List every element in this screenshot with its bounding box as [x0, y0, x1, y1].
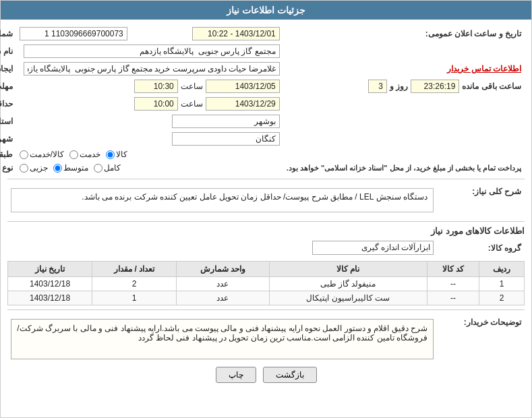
purchase-radio-full[interactable]: کامل [94, 163, 121, 173]
radio-service[interactable] [69, 150, 78, 159]
description-box: دستگاه سنجش LEL / مطابق شرح پیوست/ حداقل… [11, 188, 434, 212]
reply-time-label: ساعت [181, 82, 203, 91]
need-number-label: شماره نیاز: [0, 25, 16, 42]
goods-table-header: ردیف کد کالا نام کالا واحد شمارش تعداد /… [8, 262, 525, 277]
province-input[interactable] [172, 115, 280, 128]
row-need-date: تاریخ و ساعت اعلان عمومی: شماره نیاز: [0, 25, 525, 42]
reply-date-input[interactable] [206, 80, 280, 93]
purchase-type-label: نوع فرآیند خرید : [0, 161, 16, 175]
cell-date-1: 1403/12/18 [8, 277, 92, 291]
category-radio-goods[interactable]: کالا [106, 150, 127, 159]
reply-time-input[interactable] [134, 80, 178, 93]
row-province: استان محل تحویل: [0, 113, 525, 130]
purchase-radio-medium[interactable]: متوسط [53, 163, 88, 173]
purchase-radio-partial[interactable]: جزیی [20, 163, 48, 173]
purchase-note: پرداخت تمام یا بخشی از مبلغ خرید، از محل… [287, 164, 521, 172]
description-label: شرح کلی نیاز: [437, 183, 525, 217]
reply-remaining-input[interactable] [411, 80, 459, 93]
goods-group-input[interactable] [312, 241, 434, 255]
radio-full[interactable] [94, 164, 102, 173]
buyer-label: نام دستگاه خریدار: [0, 42, 16, 60]
cell-code-2: -- [427, 291, 479, 305]
radio-partial[interactable] [20, 164, 28, 173]
reply-remaining-label: ساعت باقی مانده [462, 82, 521, 91]
divider-1 [7, 179, 525, 179]
col-name: نام کالا [269, 262, 427, 277]
cell-code-1: -- [427, 277, 479, 291]
divider-2 [7, 221, 525, 222]
row-reply-deadline: ساعت باقی مانده روز و ساعت مهلت ارسال پا… [0, 78, 525, 95]
purchase-type-radio-group: جزیی متوسط کامل [20, 163, 280, 173]
radio-goods[interactable] [106, 150, 115, 159]
row-goods-group: گروه کالا: [7, 239, 525, 257]
category-radio-service[interactable]: خدمت [69, 150, 100, 159]
col-code: کد کالا [427, 262, 479, 277]
price-time-label: ساعت [181, 99, 203, 109]
goods-table: ردیف کد کالا نام کالا واحد شمارش تعداد /… [7, 261, 525, 305]
date-input[interactable] [192, 27, 280, 40]
row-buyer-notes: توضیحات خریدار: شرح دقیق اقلام و دستور ا… [7, 314, 525, 361]
col-qty: تعداد / مقدار [92, 262, 177, 277]
buyer-notes-table: توضیحات خریدار: شرح دقیق اقلام و دستور ا… [7, 314, 525, 361]
row-category: کالا/خدمت خدمت کالا طبقه بندی موضو [0, 148, 525, 161]
need-number-value-cell [16, 25, 131, 42]
city-input[interactable] [172, 132, 280, 146]
buyer-notes-box: شرح دقیق اقلام و دستور العمل نحوه ارایه … [11, 319, 434, 359]
description-table: شرح کلی نیاز: دستگاه سنجش LEL / مطابق شر… [7, 183, 525, 217]
bottom-buttons: بازگشت چاپ [7, 367, 525, 383]
contact-link[interactable]: اطلاعات تماس خریدار [447, 64, 521, 73]
date-label: تاریخ و ساعت اعلان عمومی: [283, 25, 525, 42]
cell-unit-2: عدد [177, 291, 270, 305]
row-purchase-type: پرداخت تمام یا بخشی از مبلغ خرید، از محل… [0, 161, 525, 175]
col-row: ردیف [479, 262, 525, 277]
row-price-deadline: ساعت حداقل تاریخ اعتبار قیمت: تا تاریخ: [0, 95, 525, 113]
price-date-input[interactable] [206, 97, 280, 111]
page-header: جزئیات اطلاعات نیاز [1, 1, 531, 20]
reply-deadline-label: مهلت ارسال پاسخ: تا تاریخ: [0, 78, 16, 95]
province-label: استان محل تحویل: [0, 113, 16, 130]
reply-day-label: روز و [390, 82, 408, 91]
goods-section-title: اطلاعات کالاهای مورد نیاز [7, 226, 525, 236]
reply-day-input[interactable] [368, 80, 387, 93]
page-container: جزئیات اطلاعات نیاز تاریخ و ساعت اعلان ع… [0, 0, 532, 418]
row-buyer: نام دستگاه خریدار: [0, 42, 525, 60]
page-title: جزئیات اطلاعات نیاز [227, 5, 305, 16]
row-creator: اطلاعات تماس خریدار ایجاد کننده درخواست: [0, 60, 525, 78]
category-radio-goods-service[interactable]: کالا/خدمت [20, 150, 64, 159]
cell-date-2: 1403/12/18 [8, 291, 92, 305]
back-button[interactable]: بازگشت [263, 367, 317, 383]
goods-table-row: 1 -- منیفولد گاز طبی عدد 2 1403/12/18 [8, 277, 525, 291]
goods-group-table: گروه کالا: [7, 239, 525, 257]
cell-name-1: منیفولد گاز طبی [269, 277, 427, 291]
buyer-input[interactable] [24, 44, 280, 58]
creator-input[interactable] [24, 62, 280, 76]
cell-qty-2: 1 [92, 291, 177, 305]
row-city: شهر محل تحویل: [0, 130, 525, 148]
radio-medium[interactable] [53, 164, 62, 173]
buyer-value-cell [16, 42, 283, 60]
buyer-notes-label: توضیحات خریدار: [437, 314, 525, 361]
cell-qty-1: 2 [92, 277, 177, 291]
cell-row-1: 1 [479, 277, 525, 291]
date-value-cell [144, 25, 283, 42]
row-description: شرح کلی نیاز: دستگاه سنجش LEL / مطابق شر… [7, 183, 525, 217]
category-radio-group: کالا/خدمت خدمت کالا [20, 150, 280, 159]
divider-3 [7, 309, 525, 310]
city-label: شهر محل تحویل: [0, 130, 16, 148]
cell-unit-1: عدد [177, 277, 270, 291]
info-table: تاریخ و ساعت اعلان عمومی: شماره نیاز: نا… [0, 25, 525, 175]
need-number-input[interactable] [20, 27, 127, 40]
col-unit: واحد شمارش [177, 262, 270, 277]
goods-table-row: 2 -- ست کالیبراسیون اپتیکال عدد 1 1403/1… [8, 291, 525, 305]
category-label: طبقه بندی موضوعی: [0, 148, 16, 161]
radio-goods-service[interactable] [20, 150, 28, 159]
cell-name-2: ست کالیبراسیون اپتیکال [269, 291, 427, 305]
print-button[interactable]: چاپ [216, 367, 256, 383]
price-deadline-label: حداقل تاریخ اعتبار قیمت: تا تاریخ: [0, 95, 16, 113]
creator-label: ایجاد کننده درخواست: [0, 60, 16, 78]
creator-value-cell [16, 60, 283, 78]
content-area: تاریخ و ساعت اعلان عمومی: شماره نیاز: نا… [1, 20, 531, 394]
price-time-input[interactable] [134, 97, 178, 111]
cell-row-2: 2 [479, 291, 525, 305]
col-date: تاریخ نیاز [8, 262, 92, 277]
